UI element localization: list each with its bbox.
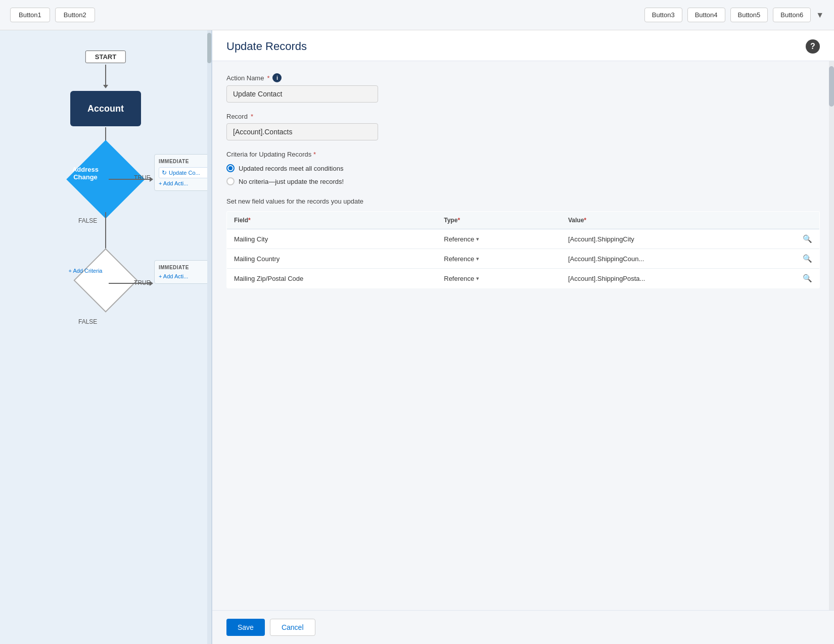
panel-scrollbar[interactable] <box>829 61 834 610</box>
topbar-right-btn-1[interactable]: Button3 <box>644 8 682 22</box>
type-value-1: Reference <box>444 255 474 263</box>
topbar-right-btn-4[interactable]: Button6 <box>773 8 811 22</box>
arrow-head-5 <box>150 281 153 286</box>
type-value-0: Reference <box>444 235 474 243</box>
action-name-label: Action Name * i <box>226 73 820 82</box>
top-bar-right-actions: Button3 Button4 Button5 Button6 ▼ <box>644 8 824 22</box>
topbar-right-btn-3[interactable]: Button5 <box>730 8 768 22</box>
update-action-label: Update Co... <box>169 170 200 176</box>
cancel-button[interactable]: Cancel <box>270 619 315 636</box>
criteria-option-2[interactable]: No criteria—just update the records! <box>226 177 820 185</box>
connector-false-down <box>105 212 106 253</box>
table-row: Mailing City Reference ▾ [Account].Shipp… <box>227 229 820 249</box>
add-action-btn-2[interactable]: + Add Acti... <box>159 273 210 279</box>
type-dropdown-arrow-0[interactable]: ▾ <box>476 236 479 242</box>
criteria-label-1: Updated records meet all conditions <box>239 165 343 172</box>
field-cell-2: Mailing Zip/Postal Code <box>227 269 437 288</box>
immediate-label-2: IMMEDIATE <box>159 265 210 270</box>
flow-canvas: START Account Address Change TRUE IMMEDI… <box>0 30 212 644</box>
flow-scroll-thumb[interactable] <box>207 33 211 63</box>
value-wrapper-0: [Account].ShippingCity 🔍 <box>568 234 812 243</box>
value-text-0: [Account].ShippingCity <box>568 235 801 243</box>
flow-scrollbar[interactable] <box>207 30 211 644</box>
required-star-type-col: * <box>457 217 460 224</box>
arrow-head-3 <box>150 177 153 182</box>
value-cell-0: [Account].ShippingCity 🔍 <box>561 229 820 249</box>
type-cell-1: Reference ▾ <box>437 249 561 269</box>
immediate-label-1: IMMEDIATE <box>159 159 210 164</box>
radio-circle-2[interactable] <box>226 177 235 185</box>
required-star-field-col: * <box>248 217 251 224</box>
add-action-btn-1[interactable]: + Add Acti... <box>159 180 210 186</box>
topbar-btn-2[interactable]: Button2 <box>55 8 95 22</box>
panel-footer: Save Cancel <box>212 610 834 644</box>
chevron-down-icon[interactable]: ▼ <box>816 11 824 20</box>
value-wrapper-1: [Account].ShippingCoun... 🔍 <box>568 254 812 263</box>
top-bar-left-buttons: Button1 Button2 <box>10 8 95 22</box>
col-header-type: Type* <box>437 212 561 229</box>
record-section: Record * <box>226 113 820 140</box>
type-select-wrapper-1: Reference ▾ <box>444 255 554 263</box>
update-action-item[interactable]: ↻ Update Co... <box>159 167 210 178</box>
search-icon-2[interactable]: 🔍 <box>803 274 812 283</box>
connector-true-h-2 <box>109 283 152 284</box>
action-name-section: Action Name * i <box>226 73 820 103</box>
required-star-record: * <box>251 113 253 120</box>
type-dropdown-arrow-1[interactable]: ▾ <box>476 256 479 262</box>
immediate-action-box-2: IMMEDIATE + Add Acti... <box>154 260 212 284</box>
table-header-row: Field* Type* Value* <box>227 212 820 229</box>
info-icon-action[interactable]: i <box>272 73 282 82</box>
table-row: Mailing Zip/Postal Code Reference ▾ [Acc… <box>227 269 820 288</box>
arrow-head-1 <box>103 85 108 88</box>
record-label: Record * <box>226 113 820 120</box>
record-input[interactable] <box>226 123 378 140</box>
field-values-title: Set new field values for the records you… <box>226 197 820 205</box>
field-table: Field* Type* Value* Mailing City Referen… <box>226 211 820 288</box>
panel-header: Update Records ? <box>212 30 834 61</box>
account-node[interactable]: Account <box>70 91 141 126</box>
radio-circle-1[interactable] <box>226 164 235 172</box>
right-panel: Update Records ? Action Name * i Record … <box>212 30 834 644</box>
panel-title: Update Records <box>226 40 307 53</box>
value-text-1: [Account].ShippingCoun... <box>568 255 801 263</box>
col-header-field: Field* <box>227 212 437 229</box>
criteria-label-2: No criteria—just update the records! <box>239 178 344 185</box>
bottom-spacer <box>226 299 820 319</box>
type-cell-0: Reference ▾ <box>437 229 561 249</box>
immediate-action-box-1: IMMEDIATE ↻ Update Co... + Add Acti... <box>154 154 212 191</box>
save-button[interactable]: Save <box>226 619 265 636</box>
type-select-wrapper-2: Reference ▾ <box>444 275 554 282</box>
field-values-section: Set new field values for the records you… <box>226 197 820 288</box>
top-bar: Button1 Button2 Button3 Button4 Button5 … <box>0 0 834 30</box>
type-dropdown-arrow-2[interactable]: ▾ <box>476 275 479 282</box>
value-wrapper-2: [Account].ShippingPosta... 🔍 <box>568 274 812 283</box>
criteria-title: Criteria for Updating Records * <box>226 151 820 158</box>
connector-true-h <box>109 179 152 180</box>
start-node: START <box>85 51 126 63</box>
topbar-right-btn-2[interactable]: Button4 <box>687 8 725 22</box>
search-icon-1[interactable]: 🔍 <box>803 254 812 263</box>
refresh-icon: ↻ <box>162 169 167 176</box>
main-container: START Account Address Change TRUE IMMEDI… <box>0 30 834 644</box>
value-cell-1: [Account].ShippingCoun... 🔍 <box>561 249 820 269</box>
false-label-1: FALSE <box>78 217 97 224</box>
required-star-action: * <box>267 74 269 82</box>
criteria-option-1[interactable]: Updated records meet all conditions <box>226 164 820 172</box>
connector-start-account <box>105 65 106 86</box>
true-label-1: TRUE <box>134 174 151 181</box>
panel-scroll-thumb[interactable] <box>829 66 834 107</box>
panel-content: Action Name * i Record * Criteria for Up… <box>212 61 834 610</box>
required-star-criteria: * <box>313 151 316 158</box>
add-criteria-diamond[interactable] <box>73 248 137 312</box>
search-icon-0[interactable]: 🔍 <box>803 234 812 243</box>
type-value-2: Reference <box>444 275 474 282</box>
col-header-value: Value* <box>561 212 820 229</box>
field-cell-1: Mailing Country <box>227 249 437 269</box>
table-row: Mailing Country Reference ▾ [Account].Sh… <box>227 249 820 269</box>
action-name-input[interactable] <box>226 85 378 103</box>
topbar-btn-1[interactable]: Button1 <box>10 8 50 22</box>
required-star-value-col: * <box>584 217 586 224</box>
help-icon[interactable]: ? <box>806 39 820 54</box>
value-text-2: [Account].ShippingPosta... <box>568 275 801 282</box>
criteria-section: Criteria for Updating Records * Updated … <box>226 151 820 185</box>
